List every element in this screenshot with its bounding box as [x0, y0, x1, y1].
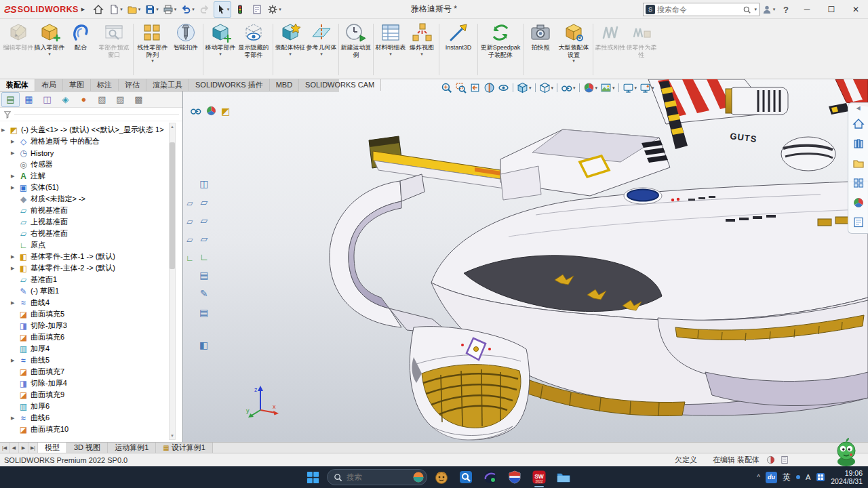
expand-arrow-icon[interactable]: ▶	[1, 127, 9, 133]
dropdown-caret-icon[interactable]: ▾	[529, 85, 532, 91]
panel-tab-cam-tree[interactable]: ▩	[130, 92, 148, 107]
previous-view-button[interactable]	[468, 81, 482, 95]
flyout-caret-icon[interactable]: ▾	[289, 52, 292, 57]
rebuild-button[interactable]	[231, 1, 248, 18]
plane-icon[interactable]: ▱	[186, 217, 193, 226]
apply-scene-button[interactable]: ▾	[599, 81, 616, 95]
ime-badge[interactable]: du	[766, 472, 777, 483]
command-search-input[interactable]	[657, 5, 741, 14]
expand-arrow-icon[interactable]: ▶	[11, 254, 18, 260]
doc-tab-模型[interactable]: 模型	[38, 443, 67, 453]
hide-show-icon[interactable]	[190, 105, 201, 117]
plane-icon[interactable]: ▱	[186, 199, 193, 208]
dropdown-caret-icon[interactable]: ▾	[573, 85, 576, 91]
help-button[interactable]: ?	[777, 1, 795, 18]
display-report-button[interactable]	[248, 1, 265, 18]
ribbon-button-move-component[interactable]: 移动零部件▾	[205, 20, 236, 79]
doc-tab-3D 视图[interactable]: 3D 视图	[67, 443, 108, 453]
expand-arrow-icon[interactable]: ▶	[11, 358, 18, 363]
panel-tab-cam-operation[interactable]: ▨	[111, 92, 130, 107]
flyout-caret-icon[interactable]: ▾	[151, 58, 154, 64]
close-button[interactable]: ✕	[844, 0, 868, 19]
doc-nav-button[interactable]: ◀	[9, 443, 19, 453]
scroll-down-icon[interactable]: ▼	[170, 432, 174, 439]
ribbon-button-smart-fastener[interactable]: 智能扣件	[170, 20, 201, 79]
tree-filter[interactable]	[0, 108, 182, 121]
dropdown-caret-icon[interactable]: ▾	[174, 7, 177, 12]
tree-item[interactable]: ▶◧基体零件-主体-2 -> (默认)	[0, 262, 167, 274]
taskbar-app-game[interactable]	[431, 467, 452, 487]
appearance-ball-icon[interactable]	[205, 105, 217, 117]
expand-arrow-icon[interactable]: ▶	[11, 150, 18, 156]
panel-tab-cam-feature[interactable]: ▧	[93, 92, 111, 107]
tree-item[interactable]: ◪曲面填充5	[0, 308, 167, 320]
tab-SOLIDWORKS CAM[interactable]: SOLIDWORKS CAM	[299, 79, 381, 91]
tree-item[interactable]: ▶◷History	[0, 147, 167, 159]
folder-icon[interactable]: ◫	[199, 178, 208, 189]
tab-装配体[interactable]: 装配体	[0, 79, 35, 91]
ribbon-button-mate[interactable]: 配合	[65, 20, 96, 79]
tree-item[interactable]: ◪曲面填充6	[0, 331, 167, 343]
dropdown-caret-icon[interactable]: ▾	[138, 7, 141, 12]
new-document-button[interactable]: ▾	[106, 1, 125, 18]
doc-nav-button[interactable]: ▶|	[28, 443, 38, 453]
open-button[interactable]: ▾	[125, 1, 143, 18]
ribbon-button-linear-pattern[interactable]: 线性零部件阵列▾	[135, 20, 170, 79]
scroll-thumb[interactable]	[170, 142, 175, 269]
maximize-button[interactable]: ☐	[819, 0, 844, 19]
menu-expand-icon[interactable]: ▶	[81, 7, 85, 12]
taskpane-tab-solidworks-resources[interactable]	[851, 117, 866, 131]
doc-tab-运动算例1[interactable]: 运动算例1	[108, 443, 156, 453]
flyout-caret-icon[interactable]: ▾	[420, 52, 423, 57]
origin-icon[interactable]: ∟	[186, 253, 194, 263]
model-viewport[interactable]: GUTS	[183, 79, 868, 442]
dropdown-caret-icon[interactable]: ▾	[156, 7, 159, 12]
origin-icon[interactable]: ∟	[199, 251, 209, 262]
flyout-caret-icon[interactable]: ▾	[48, 52, 51, 57]
taskbar-search-input[interactable]	[347, 473, 409, 481]
undo-button[interactable]: ▾	[178, 1, 197, 18]
flyout-caret-icon[interactable]: ▾	[219, 52, 222, 57]
flyout-caret-icon[interactable]: ▾	[572, 58, 575, 64]
tree-item[interactable]: ◪曲面填充7	[0, 366, 167, 378]
tab-布局[interactable]: 布局	[35, 79, 63, 91]
tree-item[interactable]: ✎(-) 草图1	[0, 285, 167, 297]
tree-item[interactable]: ▶◇雅格迪斯号 中的配合	[0, 136, 167, 147]
taskbar-search[interactable]	[327, 469, 427, 485]
dropdown-caret-icon[interactable]: ▾	[551, 85, 554, 91]
tree-item[interactable]: ◪曲面填充9	[0, 389, 167, 401]
flyout-caret-icon[interactable]: ▾	[389, 52, 392, 57]
ribbon-button-exploded-view[interactable]: 爆炸视图▾	[406, 20, 437, 79]
tree-item[interactable]: ◨切除-加厚3	[0, 320, 167, 331]
tree-item[interactable]: ▱右视基准面	[0, 228, 167, 239]
hidden-icons-chevron[interactable]: ^	[757, 474, 760, 481]
section-view-button[interactable]	[482, 81, 496, 95]
tree-item[interactable]: ▱基准面1	[0, 274, 167, 285]
ribbon-button-show-hidden[interactable]: 显示隐藏的零部件	[236, 20, 271, 79]
plane-icon[interactable]: ▱	[200, 215, 208, 226]
tree-item[interactable]: ▥加厚4	[0, 343, 167, 354]
dropdown-caret-icon[interactable]: ▾	[652, 85, 654, 91]
tree-item[interactable]: ◆材质<未指定> ->	[0, 193, 167, 205]
expand-arrow-icon[interactable]: ▶	[11, 139, 18, 144]
select-button[interactable]: ▾	[214, 1, 232, 18]
tab-标注[interactable]: 标注	[91, 79, 119, 91]
expand-arrow-icon[interactable]: ▶	[11, 415, 18, 421]
dropdown-caret-icon[interactable]: ▾	[227, 7, 230, 12]
taskbar-app-file-folder[interactable]	[553, 467, 574, 487]
taskbar-app-everything-search[interactable]	[456, 467, 476, 487]
display-style-button[interactable]: ▾	[538, 81, 555, 95]
ime-language[interactable]: 英	[783, 472, 791, 483]
expand-arrow-icon[interactable]: ▶	[11, 185, 18, 190]
doc-tab-设计算例1[interactable]: ▦设计算例1	[156, 443, 213, 453]
dropdown-caret-icon[interactable]: ▾	[612, 85, 615, 91]
tab-评估[interactable]: 评估	[119, 79, 146, 91]
expand-arrow-icon[interactable]: ▶	[11, 174, 18, 179]
expand-arrow-icon[interactable]: ▶	[11, 300, 18, 306]
search-icon[interactable]	[743, 5, 751, 14]
zoom-area-button[interactable]	[454, 81, 468, 95]
panel-tab-configuration[interactable]: ◫	[38, 92, 56, 107]
scroll-up-icon[interactable]: ▲	[170, 123, 174, 130]
search-highlight-icon[interactable]	[413, 472, 424, 483]
component-cube-icon[interactable]: ◩	[221, 106, 230, 117]
